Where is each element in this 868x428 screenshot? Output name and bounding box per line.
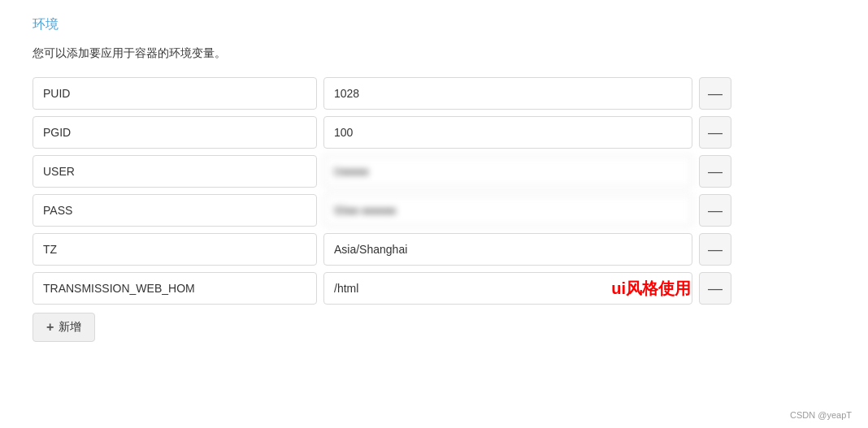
section-description: 您可以添加要应用于容器的环境变量。 (33, 46, 835, 61)
env-remove-button[interactable]: — (699, 116, 731, 149)
minus-icon: — (708, 163, 723, 180)
env-row: — (33, 77, 731, 110)
env-value-input[interactable] (323, 272, 692, 305)
env-value-input[interactable] (323, 77, 692, 110)
minus-icon: — (708, 202, 723, 219)
env-key-input[interactable] (33, 233, 317, 266)
env-row: — (33, 194, 731, 227)
add-button-label: 新增 (59, 320, 81, 335)
env-row-last: — ui风格使用 (33, 272, 731, 305)
env-key-input[interactable] (33, 77, 317, 110)
add-env-button[interactable]: + 新增 (33, 313, 95, 342)
env-row: — (33, 116, 731, 149)
env-value-input[interactable] (323, 233, 692, 266)
minus-icon: — (708, 124, 723, 141)
csdn-watermark: CSDN @yeapT (790, 410, 852, 420)
env-row: — (33, 155, 731, 188)
env-remove-button[interactable]: — (699, 194, 731, 227)
env-value-input[interactable] (323, 116, 692, 149)
env-remove-button[interactable]: — (699, 77, 731, 110)
env-rows-container: — — — — (33, 77, 731, 305)
page-container: 环境 您可以添加要应用于容器的环境变量。 — — — (0, 0, 868, 428)
env-value-input-blurred[interactable] (323, 155, 692, 188)
minus-icon: — (708, 241, 723, 258)
env-value-input-blurred[interactable] (323, 194, 692, 227)
env-key-input[interactable] (33, 155, 317, 188)
env-key-input[interactable] (33, 116, 317, 149)
env-row: — (33, 233, 731, 266)
env-key-input[interactable] (33, 194, 317, 227)
env-key-input[interactable] (33, 272, 317, 305)
section-title: 环境 (33, 16, 835, 33)
minus-icon: — (708, 280, 723, 297)
env-remove-button[interactable]: — (699, 272, 731, 305)
minus-icon: — (708, 85, 723, 102)
env-remove-button[interactable]: — (699, 233, 731, 266)
plus-icon: + (46, 320, 54, 335)
env-remove-button[interactable]: — (699, 155, 731, 188)
